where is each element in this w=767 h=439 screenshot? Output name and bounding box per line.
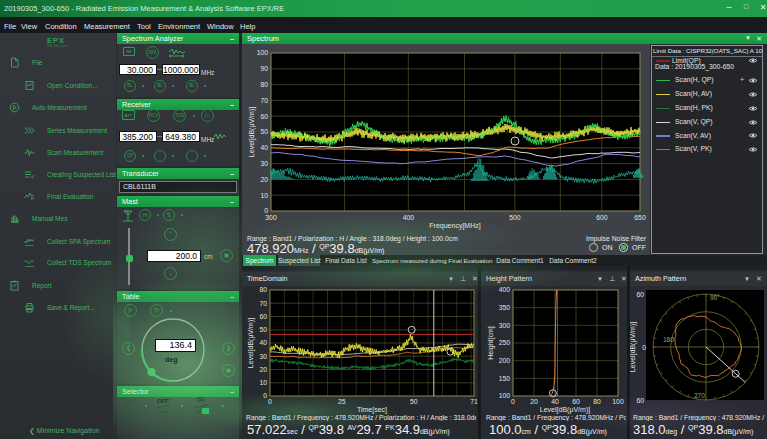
svg-text:10: 10 <box>259 379 267 386</box>
svg-text:Level[dB(μV/m)]: Level[dB(μV/m)] <box>630 322 637 372</box>
svg-text:90: 90 <box>260 65 268 72</box>
svg-text:71: 71 <box>470 398 477 405</box>
svg-text:100: 100 <box>257 49 269 56</box>
svg-text:30: 30 <box>260 160 268 167</box>
svg-text:650: 650 <box>634 214 646 221</box>
svg-text:150: 150 <box>499 375 511 382</box>
svg-text:60: 60 <box>260 113 268 120</box>
svg-text:50: 50 <box>260 128 268 135</box>
svg-text:350: 350 <box>499 304 511 311</box>
svg-text:20: 20 <box>259 366 267 373</box>
svg-text:200: 200 <box>499 357 511 364</box>
svg-text:50: 50 <box>410 398 418 405</box>
svg-text:70: 70 <box>260 97 268 104</box>
svg-text:20: 20 <box>530 398 538 405</box>
svg-text:Height[cm]: Height[cm] <box>487 326 495 360</box>
svg-text:0: 0 <box>642 344 646 351</box>
svg-text:Level[dB(μV/m)]: Level[dB(μV/m)] <box>540 406 590 414</box>
svg-text:60: 60 <box>572 398 580 405</box>
svg-text:60: 60 <box>259 313 267 320</box>
svg-text:Level[dB(μV/m)]: Level[dB(μV/m)] <box>248 107 256 157</box>
svg-text:500: 500 <box>509 214 521 221</box>
svg-text:80: 80 <box>593 398 601 405</box>
svg-text:30: 30 <box>259 353 267 360</box>
svg-text:0: 0 <box>263 392 267 399</box>
svg-text:20: 20 <box>260 176 268 183</box>
svg-text:10: 10 <box>260 192 268 199</box>
svg-text:300: 300 <box>265 214 277 221</box>
svg-text:Time[sec]: Time[sec] <box>357 406 387 414</box>
svg-text:80: 80 <box>259 286 267 293</box>
svg-text:90°: 90° <box>710 294 720 301</box>
svg-text:25: 25 <box>338 398 346 405</box>
svg-text:400: 400 <box>403 214 415 221</box>
svg-text:400: 400 <box>499 286 511 293</box>
svg-text:50: 50 <box>259 326 267 333</box>
svg-text:60: 60 <box>636 397 644 404</box>
svg-text:Level[dB(μV/m)]: Level[dB(μV/m)] <box>247 318 255 368</box>
svg-text:0: 0 <box>511 398 515 405</box>
svg-text:0: 0 <box>268 398 272 405</box>
svg-text:40: 40 <box>260 144 268 151</box>
svg-text:Frequency[MHz]: Frequency[MHz] <box>429 222 480 230</box>
svg-text:180: 180 <box>663 336 674 343</box>
svg-text:250: 250 <box>499 339 511 346</box>
svg-text:100: 100 <box>612 398 624 405</box>
svg-text:300: 300 <box>499 322 511 329</box>
svg-text:40: 40 <box>259 339 267 346</box>
svg-text:60: 60 <box>636 291 644 298</box>
svg-text:600: 600 <box>596 214 608 221</box>
svg-text:80: 80 <box>260 81 268 88</box>
svg-text:270: 270 <box>694 392 705 399</box>
svg-text:100: 100 <box>499 392 511 399</box>
svg-text:70: 70 <box>259 300 267 307</box>
svg-text:40: 40 <box>551 398 559 405</box>
